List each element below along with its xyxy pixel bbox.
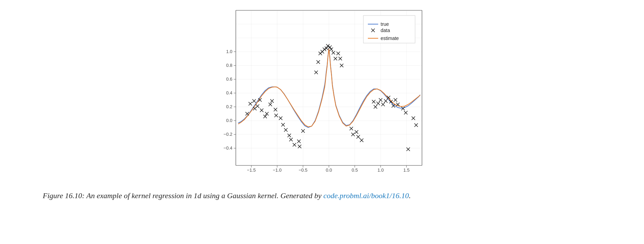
caption-link[interactable]: code.probml.ai/book1/16.10 [323, 191, 409, 200]
x-label-05: 0.5 [352, 167, 358, 173]
legend-data-label: data [381, 28, 390, 33]
x-label-n15: −1.5 [247, 167, 256, 173]
y-label-08: 0.8 [226, 63, 232, 68]
x-label-10: 1.0 [378, 167, 384, 173]
caption-suffix: . [409, 191, 411, 200]
y-label-04: 0.4 [226, 90, 232, 95]
y-label-06: 0.6 [226, 77, 232, 82]
caption-prefix: Figure 16.10: [43, 191, 84, 200]
caption-text: An example of kernel regression in 1d us… [84, 191, 323, 200]
y-label-n04: −0.4 [223, 145, 232, 151]
x-label-15: 1.5 [403, 167, 410, 173]
x-label-n05: −0.5 [299, 167, 308, 173]
x-label-n10: −1.0 [273, 167, 282, 173]
y-label-02: 0.2 [226, 104, 232, 109]
legend-true-label: true [381, 21, 389, 27]
x-label-00: 0.0 [326, 167, 332, 173]
y-label-n02: −0.2 [223, 132, 232, 137]
chart-svg: 0.0 0.2 0.4 0.6 0.8 1.0 −0.2 −0.4 −1.5 −… [215, 3, 429, 186]
y-label-10: 1.0 [226, 49, 232, 54]
chart-container: 0.0 0.2 0.4 0.6 0.8 1.0 −0.2 −0.4 −1.5 −… [215, 3, 429, 186]
y-label-0: 0.0 [226, 118, 232, 123]
legend-estimate-label: estimate [381, 35, 399, 41]
figure-caption: Figure 16.10: An example of kernel regre… [29, 190, 615, 202]
